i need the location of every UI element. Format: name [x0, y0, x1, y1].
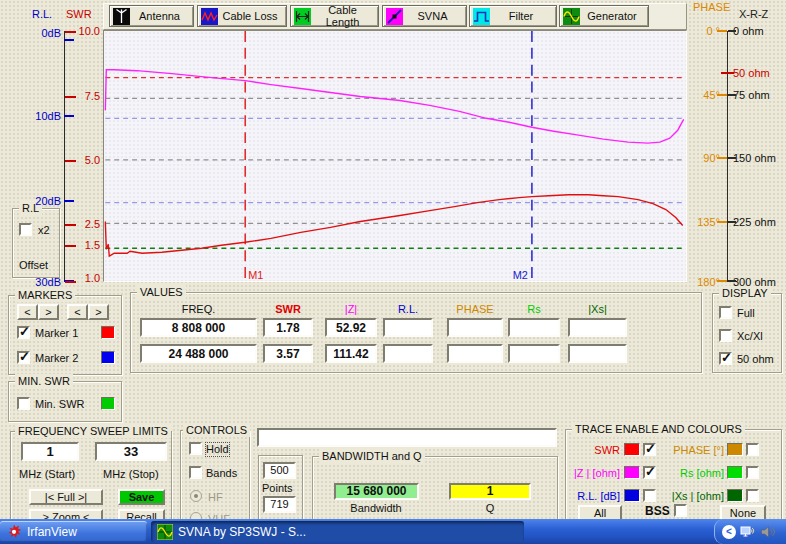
cable-length-icon [294, 8, 311, 25]
right-axis-ohm-label: 225 ohm [733, 216, 776, 229]
trace-swatch-1 [727, 443, 743, 456]
right-axis-ohm-tick [728, 280, 736, 282]
display-xcxl-checkbox[interactable] [719, 329, 732, 342]
marker2-next-button[interactable]: > [88, 304, 109, 320]
sweep-chart-plot[interactable]: M1M2 [103, 30, 687, 282]
values-header-5: Rs [527, 303, 540, 315]
bandwidth-readout[interactable]: 15 680 000 [334, 483, 419, 500]
save-button[interactable]: Save [118, 489, 165, 505]
q-readout[interactable]: 1 [449, 483, 531, 500]
taskbar-irfanview-button[interactable]: IrfanView [0, 521, 147, 542]
trace-checkbox-1[interactable] [746, 443, 759, 456]
trace-checkbox-2[interactable] [643, 466, 656, 479]
generator-button[interactable]: Generator [559, 5, 649, 27]
right-axis-ohm-tick [728, 157, 736, 159]
volume-icon[interactable] [760, 525, 775, 539]
left-axis-db-label: 20dB [20, 195, 61, 208]
filter-icon [473, 8, 490, 25]
values-header-1: SWR [275, 303, 301, 315]
right-axis-phase-tick [717, 280, 727, 282]
bss-label: BSS [645, 505, 670, 518]
controls-caption: CONTROLS [183, 423, 250, 437]
right-axis-phase-tick [717, 30, 727, 32]
collapse-chevron-icon[interactable]: < [722, 525, 736, 539]
value-cell-r0-c3[interactable] [383, 318, 433, 337]
antenna-button[interactable]: Antenna [109, 5, 194, 27]
marker1-checkbox[interactable] [17, 326, 30, 339]
bands-checkbox[interactable] [189, 466, 202, 479]
rl-x2-checkbox[interactable] [19, 223, 32, 236]
marker2-label: Marker 2 [35, 352, 78, 365]
right-axis-phase-label: 90° [688, 152, 720, 165]
bandwidth-label: Bandwidth [336, 502, 416, 515]
display-50ohm-checkbox[interactable] [719, 352, 732, 365]
right-axis-ohm-label: 150 ohm [733, 152, 776, 165]
display-group: DISPLAY Full Xc/Xl 50 ohm [712, 293, 782, 373]
right-axis-phase-label: 135° [688, 216, 720, 229]
values-header-2: |Z| [345, 303, 357, 315]
hold-label: Hold [206, 443, 229, 456]
stop-freq-input[interactable]: 33 [95, 442, 167, 461]
min-swr-color-swatch [101, 397, 115, 410]
marker2-checkbox[interactable] [17, 351, 30, 364]
values-caption: VALUES [137, 285, 186, 299]
value-cell-r1-c3[interactable] [383, 344, 433, 363]
display-full-label: Full [737, 307, 755, 320]
rl-x2-label: x2 [38, 224, 50, 237]
value-cell-r0-c4[interactable] [447, 318, 503, 337]
right-axis-phase-tick [717, 94, 727, 96]
trace-enable-caption: TRACE ENABLE AND COLOURS [572, 422, 745, 436]
value-cell-r0-c0[interactable]: 8 808 000 [140, 318, 257, 337]
full-span-button[interactable]: |< Full >| [29, 489, 103, 505]
rl-offset-label: Offset [19, 259, 48, 272]
trace-checkbox-4[interactable] [643, 489, 656, 502]
bss-checkbox[interactable] [674, 504, 687, 517]
value-cell-r1-c6[interactable] [568, 344, 627, 363]
start-freq-label: MHz (Start) [19, 468, 75, 481]
filter-button-label: Filter [490, 10, 556, 22]
cable-length-button[interactable]: Cable Length [290, 5, 379, 27]
marker1-prev-button[interactable]: < [17, 304, 38, 320]
value-cell-r0-c6[interactable] [568, 318, 627, 337]
marker1-label: Marker 1 [35, 327, 78, 340]
right-axis-phase-label: 45° [688, 89, 720, 102]
hf-label: HF [208, 491, 223, 504]
min-swr-checkbox[interactable] [17, 397, 30, 410]
points-input[interactable]: 500 [263, 462, 296, 479]
value-cell-r1-c1[interactable]: 3.57 [263, 344, 313, 363]
start-freq-input[interactable]: 1 [21, 442, 79, 461]
network-icon[interactable] [740, 525, 756, 539]
trace-swatch-2 [624, 466, 640, 479]
marker2-color-swatch [101, 351, 115, 364]
trace-checkbox-3[interactable] [746, 466, 759, 479]
taskbar-svna-button[interactable]: SVNA by SP3SWJ - S... [151, 521, 524, 542]
trace-checkbox-0[interactable] [643, 443, 656, 456]
value-cell-r0-c2[interactable]: 52.92 [325, 318, 377, 337]
points-actual-readout[interactable]: 719 [263, 496, 296, 513]
right-axis-ohm-label: 300 ohm [733, 276, 776, 289]
hold-checkbox[interactable] [189, 442, 202, 455]
value-cell-r0-c5[interactable] [508, 318, 560, 337]
value-cell-r1-c4[interactable] [447, 344, 503, 363]
trace-label-3: Rs [ohm] [656, 467, 724, 480]
value-cell-r1-c2[interactable]: 111.42 [325, 344, 377, 363]
left-axis-swr-tick [65, 160, 76, 162]
marker2-prev-button[interactable]: < [67, 304, 88, 320]
values-header-4: PHASE [456, 303, 493, 315]
cable-loss-button[interactable]: Cable Loss [197, 5, 287, 27]
hf-radio [190, 490, 202, 502]
filter-button[interactable]: Filter [469, 5, 557, 27]
display-full-checkbox[interactable] [719, 306, 732, 319]
marker1-next-button[interactable]: > [38, 304, 59, 320]
value-cell-r1-c5[interactable] [508, 344, 560, 363]
value-cell-r0-c1[interactable]: 1.78 [263, 318, 313, 337]
trace-swatch-0 [624, 443, 640, 456]
trace-checkbox-5[interactable] [746, 489, 759, 502]
svna-button[interactable]: SVNA [382, 5, 467, 27]
value-cell-r1-c0[interactable]: 24 488 000 [140, 344, 257, 363]
min-swr-label: Min. SWR [35, 398, 85, 411]
command-input[interactable] [257, 428, 557, 447]
trace-swatch-4 [624, 489, 640, 502]
values-header-6: |Xs| [588, 303, 607, 315]
markers-caption: MARKERS [15, 288, 75, 302]
